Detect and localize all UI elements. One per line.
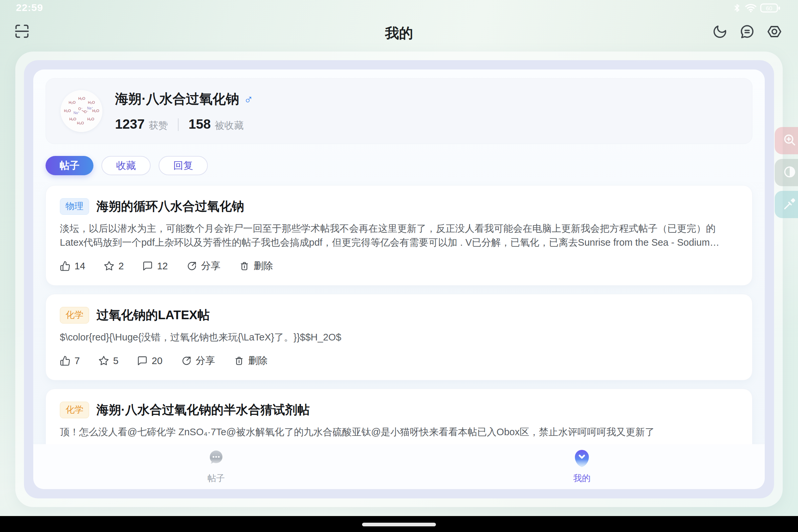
svg-text:O⁻: O⁻ [78,107,82,111]
like-button[interactable]: 14 [60,261,85,272]
comment-count: 12 [157,261,168,272]
likes-stat: 1237 获赞 [115,117,168,132]
wifi-icon [745,3,757,13]
chat-icon [739,24,755,41]
post-list: 物理 海朔的循环八水合过氧化钠 淡坛，以后以潜水为主，可能数个月会诈尸一回至于那… [45,185,753,475]
svg-text:H₂O: H₂O [88,117,94,121]
post-tag: 物理 [60,198,89,214]
bluetooth-icon [733,3,741,13]
messages-button[interactable] [738,23,756,41]
zoom-in-button[interactable] [775,127,798,154]
theme-toggle-button[interactable] [711,23,729,41]
svg-text:H₂O: H₂O [92,109,99,113]
frame-ring: H₂O H₂O H₂O H₂O H₂O H₂O H₂O H₂O Na⁺ O⁻ [24,60,774,498]
bottom-nav: 帖子 我的 [33,444,765,489]
favorite-count: 5 [113,356,118,366]
nut-settings-icon [766,24,782,41]
svg-text:H₂O: H₂O [64,109,71,113]
float-toolbar [775,127,798,218]
comment-count: 20 [152,356,162,366]
svg-text:Na⁺: Na⁺ [74,111,79,115]
post-card[interactable]: 化学 过氧化钠的LATEX帖 $\color{red}{\Huge{没错，过氧化… [45,294,753,380]
favorites-stat: 158 被收藏 [189,117,244,132]
post-tag: 化学 [60,402,89,418]
star-icon [98,356,109,366]
settings-button[interactable] [765,23,783,41]
chat-bubble-dots-icon [208,449,225,469]
comment-button[interactable]: 12 [142,261,168,272]
svg-text:O⁻: O⁻ [84,110,88,114]
share-icon [181,356,192,366]
screen: 22:59 60 [0,0,798,532]
post-title[interactable]: 海朔·八水合过氧化钠的半水合猜试剂帖 [96,402,309,418]
trash-icon [234,356,244,366]
app-header: 我的 [0,21,798,46]
tab-replies[interactable]: 回复 [158,156,208,175]
favorite-button[interactable]: 5 [98,356,118,366]
share-label: 分享 [201,259,221,273]
profile-tabs: 帖子 收藏 回复 [45,156,753,175]
svg-text:H₂O: H₂O [88,100,95,104]
tab-posts[interactable]: 帖子 [45,156,93,175]
delete-button[interactable]: 删除 [234,354,268,367]
stat-divider [178,118,178,131]
post-title[interactable]: 过氧化钠的LATEX帖 [96,307,210,324]
nav-item-profile[interactable]: 我的 [573,449,590,484]
delete-label: 删除 [248,354,268,367]
nav-label-profile: 我的 [573,473,590,484]
post-body: 顶！怎么没人看@七碲化学 ZnSO₄·7Te@被水解氧化了的九水合硫酸亚钛@是小… [60,425,738,439]
like-count: 7 [75,356,80,366]
nav-label-posts: 帖子 [208,473,225,484]
likes-count: 1237 [115,117,145,132]
moon-icon [712,24,727,41]
nav-item-posts[interactable]: 帖子 [208,449,225,484]
likes-label: 获赞 [149,119,168,132]
favorites-count: 158 [189,117,211,132]
share-button[interactable]: 分享 [187,259,221,273]
eyedropper-icon [782,196,797,212]
thumbs-up-icon [60,356,71,366]
battery-level: 60 [766,5,773,12]
share-button[interactable]: 分享 [181,354,215,367]
delete-label: 删除 [254,259,273,273]
content-panel: H₂O H₂O H₂O H₂O H₂O H₂O H₂O H₂O Na⁺ O⁻ [33,70,765,489]
page-title: 我的 [0,21,798,46]
gesture-bar [0,516,798,532]
trash-icon [239,261,250,271]
post-card[interactable]: 物理 海朔的循环八水合过氧化钠 淡坛，以后以潜水为主，可能数个月会诈尸一回至于那… [45,185,753,286]
thumbs-up-icon [60,261,71,271]
post-title[interactable]: 海朔的循环八水合过氧化钠 [96,198,244,215]
star-icon [104,261,114,271]
svg-text:H₂O: H₂O [78,96,86,100]
comment-icon [142,261,153,271]
like-count: 14 [75,261,85,272]
delete-button[interactable]: 删除 [239,259,273,273]
profile-face-icon [574,449,590,469]
comment-icon [137,356,148,366]
like-button[interactable]: 7 [60,356,80,366]
svg-text:H₂O: H₂O [69,100,76,104]
profile-card: H₂O H₂O H₂O H₂O H₂O H₂O H₂O H₂O Na⁺ O⁻ [45,78,753,144]
share-icon [187,261,197,271]
avatar[interactable]: H₂O H₂O H₂O H₂O H₂O H₂O H₂O H₂O Na⁺ O⁻ [60,90,102,132]
battery-icon: 60 [760,3,781,13]
favorites-label: 被收藏 [215,119,244,132]
share-label: 分享 [196,354,215,367]
tab-favorites[interactable]: 收藏 [101,156,151,175]
svg-text:H₂O: H₂O [70,117,76,121]
favorite-button[interactable]: 2 [104,261,124,272]
home-indicator[interactable] [362,523,436,526]
male-gender-icon: ♂ [244,93,253,106]
profile-name: 海朔·八水合过氧化钠 [115,90,239,108]
post-body: 淡坛，以后以潜水为主，可能数个月会诈尸一回至于那些学术帖我不会再在这里更新了，反… [60,222,738,249]
post-body: $\color{red}{\Huge{没错，过氧化钠也来玩{\LaTeX}了。}… [60,330,738,344]
contrast-button[interactable] [775,159,798,186]
status-time: 22:59 [16,2,43,13]
comment-button[interactable]: 20 [137,356,162,366]
eyedropper-button[interactable] [775,191,798,218]
status-bar: 22:59 60 [0,0,798,15]
zoom-in-icon [782,133,797,149]
contrast-icon [782,165,797,180]
svg-text:H₂O: H₂O [77,121,84,125]
post-tag: 化学 [60,307,89,323]
